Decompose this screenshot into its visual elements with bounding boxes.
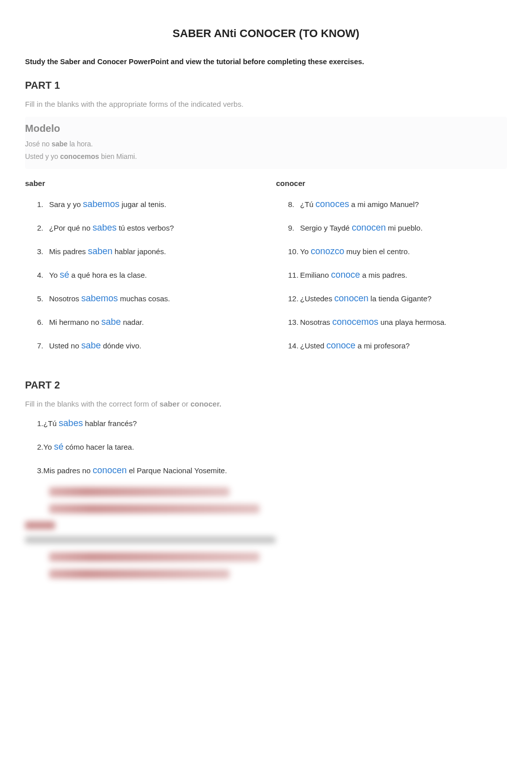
item-pre: Mis padres <box>49 247 88 256</box>
blurred-line <box>25 536 276 543</box>
item-number: 6. <box>37 317 49 328</box>
part1-heading: PART 1 <box>25 78 507 93</box>
answer-input[interactable]: conocen <box>93 464 127 477</box>
item-post: muchas cosas. <box>118 294 170 303</box>
item-number: 12. <box>288 293 300 305</box>
list-item: 10.Yo conozco muy bien el centro. <box>288 245 507 258</box>
answer-input[interactable]: sé <box>60 268 69 282</box>
item-pre: ¿Tú <box>300 200 316 209</box>
answer-input[interactable]: sabemos <box>83 198 120 211</box>
conocer-heading: conocer <box>276 178 507 189</box>
item-pre: Emiliano <box>300 271 331 279</box>
item-post: el Parque Nacional Yosemite. <box>127 466 227 475</box>
list-item: 1.¿Tú sabes hablar francés? <box>37 417 507 430</box>
modelo-line-2: Usted y yo conocemos bien Miami. <box>25 151 507 162</box>
item-post: a qué hora es la clase. <box>69 271 147 279</box>
conocer-column: conocer 8.¿Tú conoces a mi amigo Manuel?… <box>276 178 507 362</box>
modelo-line2-a: Usted y yo <box>25 152 60 160</box>
list-item: 11.Emiliano conoce a mis padres. <box>288 268 507 282</box>
answer-input[interactable]: sabe <box>81 339 101 352</box>
item-post: jugar al tenis. <box>120 200 166 209</box>
item-pre: Nosotras <box>300 318 332 326</box>
answer-input[interactable]: conoce <box>327 339 356 352</box>
part2-sub-b: saber <box>159 400 179 408</box>
item-pre: ¿Usted <box>300 341 327 350</box>
item-post: dónde vivo. <box>101 341 141 350</box>
list-item: 2.Yo sé cómo hacer la tarea. <box>37 440 507 454</box>
list-item: 3.Mis padres saben hablar japonés. <box>37 245 256 258</box>
list-item: 7.Usted no sabe dónde vivo. <box>37 339 256 352</box>
item-number: 7. <box>37 340 49 352</box>
item-post: hablar japonés. <box>113 247 166 256</box>
modelo-line1-a: José no <box>25 140 52 148</box>
item-number: 5. <box>37 293 49 305</box>
item-number: 9. <box>288 223 300 234</box>
answer-input[interactable]: sabes <box>59 417 83 430</box>
item-post: cómo hacer la tarea. <box>64 443 134 451</box>
answer-input[interactable]: conoces <box>316 198 349 211</box>
list-item: 8.¿Tú conoces a mi amigo Manuel? <box>288 198 507 211</box>
item-pre: Mis padres no <box>44 466 93 475</box>
blurred-line <box>49 569 229 578</box>
item-number: 4. <box>37 270 49 281</box>
answer-input[interactable]: sabemos <box>81 292 118 305</box>
modelo-block: Modelo José no sabe la hora. Usted y yo … <box>25 117 507 169</box>
item-post: muy bien el centro. <box>344 247 410 256</box>
item-number: 1. <box>37 419 44 428</box>
item-number: 2. <box>37 223 49 234</box>
list-item: 3.Mis padres no conocen el Parque Nacion… <box>37 464 507 477</box>
list-item: 6.Mi hermano no sabe nadar. <box>37 315 256 329</box>
item-number: 3. <box>37 466 44 475</box>
modelo-line-1: José no sabe la hora. <box>25 139 507 149</box>
answer-input[interactable]: sé <box>54 440 64 454</box>
part2-sub-c: or <box>179 400 190 408</box>
modelo-heading: Modelo <box>25 121 507 136</box>
item-pre: Yo <box>49 271 60 279</box>
item-post: a mis padres. <box>360 271 407 279</box>
part2-list: 1.¿Tú sabes hablar francés? 2.Yo sé cómo… <box>25 417 507 477</box>
item-post: a mi profesora? <box>356 341 410 350</box>
exercise-columns: saber 1.Sara y yo sabemos jugar al tenis… <box>25 178 507 362</box>
list-item: 1.Sara y yo sabemos jugar al tenis. <box>37 198 256 211</box>
part2-sub-d: conocer. <box>190 400 221 408</box>
item-pre: Yo <box>44 443 54 451</box>
item-post: nadar. <box>121 318 144 326</box>
answer-input[interactable]: conozco <box>311 245 344 258</box>
item-post: tú estos verbos? <box>117 224 174 232</box>
item-post: hablar francés? <box>83 419 137 428</box>
answer-input[interactable]: sabe <box>101 315 121 329</box>
answer-input[interactable]: conocemos <box>332 315 378 329</box>
item-number: 13. <box>288 317 300 328</box>
item-post: mi pueblo. <box>386 224 422 232</box>
blurred-line <box>49 504 259 513</box>
list-item: 12.¿Ustedes conocen la tienda Gigante? <box>288 292 507 305</box>
obscured-content <box>25 487 507 578</box>
item-pre: Sergio y Taydé <box>300 224 352 232</box>
answer-input[interactable]: saben <box>88 245 113 258</box>
item-pre: ¿Tú <box>44 419 59 428</box>
list-item: 4.Yo sé a qué hora es la clase. <box>37 268 256 282</box>
page-title: SABER ANti CONOCER (TO KNOW) <box>25 25 507 42</box>
item-number: 3. <box>37 246 49 258</box>
modelo-line1-b: sabe <box>52 140 68 148</box>
item-pre: Nosotros <box>49 294 81 303</box>
item-number: 1. <box>37 199 49 211</box>
answer-input[interactable]: conoce <box>331 268 360 282</box>
answer-input[interactable]: sabes <box>93 221 117 235</box>
part2-heading: PART 2 <box>25 377 507 393</box>
answer-input[interactable]: conocen <box>334 292 368 305</box>
saber-list: 1.Sara y yo sabemos jugar al tenis. 2.¿P… <box>25 198 256 352</box>
item-pre: Mi hermano no <box>49 318 101 326</box>
part1-sub: Fill in the blanks with the appropriate … <box>25 99 507 110</box>
item-post: una playa hermosa. <box>378 318 446 326</box>
blurred-heading <box>25 521 55 529</box>
part2-sub-a: Fill in the blanks with the correct form… <box>25 400 159 408</box>
item-number: 11. <box>288 270 300 281</box>
item-number: 2. <box>37 443 44 451</box>
list-item: 14.¿Usted conoce a mi profesora? <box>288 339 507 352</box>
item-pre: ¿Por qué no <box>49 224 93 232</box>
list-item: 5.Nosotros sabemos muchas cosas. <box>37 292 256 305</box>
item-pre: Sara y yo <box>49 200 83 209</box>
conocer-list: 8.¿Tú conoces a mi amigo Manuel? 9.Sergi… <box>276 198 507 352</box>
answer-input[interactable]: conocen <box>352 221 386 235</box>
